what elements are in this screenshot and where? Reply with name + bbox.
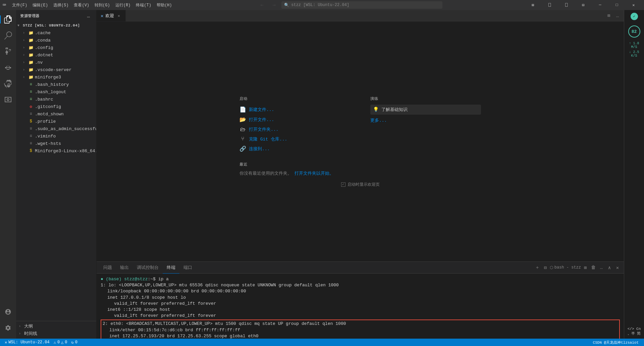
maximize-button[interactable]: □ xyxy=(609,0,625,10)
split-terminal-button[interactable]: ⊟ xyxy=(542,264,549,271)
close-panel-button[interactable]: ✕ xyxy=(614,264,621,271)
panel-tab-debug-console[interactable]: 调试控制台 xyxy=(133,262,163,274)
tree-item-wget-hsts[interactable]: › ≡ .wget-hsts xyxy=(16,140,96,147)
tree-item-config[interactable]: › 📁 .config xyxy=(16,44,96,51)
menu-item[interactable]: 选择(S) xyxy=(51,1,71,9)
layout-terminal-button[interactable]: ⊞ xyxy=(582,264,589,271)
delete-terminal-button[interactable]: 🗑 xyxy=(590,264,597,271)
file-label: miniforge3 xyxy=(35,75,61,80)
forward-button[interactable]: → xyxy=(269,1,279,9)
score-circle: 82 xyxy=(628,25,640,38)
tree-item-profile[interactable]: › $ .profile xyxy=(16,118,96,125)
close-button[interactable]: ✕ xyxy=(626,0,641,10)
menu-item[interactable]: 终端(T) xyxy=(133,1,154,9)
tree-item-bashrc[interactable]: › ≡ .bashrc xyxy=(16,96,96,103)
tree-item-bash-history[interactable]: › ≡ .bash_history xyxy=(16,81,96,88)
exercise-item-basics[interactable]: 💡 了解基础知识 xyxy=(370,105,481,115)
outline-label: 大纲 xyxy=(24,323,33,329)
panel-tab-terminal[interactable]: 终端 xyxy=(163,262,179,274)
minimize-button[interactable]: — xyxy=(592,0,608,10)
panel-tab-ports[interactable]: 端口 xyxy=(179,262,196,274)
more-terminal-button[interactable]: … xyxy=(598,264,605,271)
panel-tab-output[interactable]: 输出 xyxy=(116,262,133,274)
open-file-action[interactable]: 📂 打开文件... xyxy=(239,115,350,125)
more-link[interactable]: 更多... xyxy=(370,117,481,123)
recent-link[interactable]: 打开文件夹以开始。 xyxy=(294,171,334,176)
sync-count: 0 xyxy=(75,340,77,345)
explorer-activity-icon[interactable] xyxy=(0,11,16,27)
tree-item-vscode-server[interactable]: › 📁 .vscode-server xyxy=(16,66,96,73)
sidebar-toggle-button[interactable]: ⎕ xyxy=(542,0,557,10)
customize-layout-button[interactable]: ⊟ xyxy=(576,0,591,10)
terminal-line: ● (base) stzz@stzz:~$ ip a xyxy=(101,276,620,282)
clone-git-action[interactable]: ⑂ 克隆 Git 仓库... xyxy=(239,134,350,144)
tree-item-dotnet[interactable]: › 📁 .dotnet xyxy=(16,51,96,59)
search-activity-icon[interactable] xyxy=(0,27,16,44)
more-actions-button[interactable]: … xyxy=(614,12,621,19)
remote-explorer-activity-icon[interactable] xyxy=(0,92,16,108)
sync-status-item[interactable]: ↻ 0 xyxy=(69,339,79,346)
tree-item-conda[interactable]: › 📁 .conda xyxy=(16,37,96,44)
new-file-button[interactable]: … xyxy=(85,12,92,20)
file-label: .viminfo xyxy=(35,134,56,139)
menu-item[interactable]: 运行(R) xyxy=(113,1,133,9)
menu-item[interactable]: 文件(F) xyxy=(9,1,30,9)
layout-button[interactable]: ⊞ xyxy=(525,0,541,10)
chevron-right-icon: › xyxy=(19,325,24,328)
ime-indicator: </> Cn 。半 简 xyxy=(626,327,643,336)
tab-welcome[interactable]: ✕ 欢迎 ✕ xyxy=(97,10,126,21)
tree-item-motd-shown[interactable]: › ≡ .motd_shown xyxy=(16,110,96,118)
timeline-item[interactable]: › 时间线 xyxy=(16,330,96,337)
tab-close-button[interactable]: ✕ xyxy=(116,13,121,18)
file-tree: ▼ STZZ [WSL: UBUNTU-22.04] › 📁 .cache › … xyxy=(16,22,96,321)
outline-item[interactable]: › 大纲 xyxy=(16,323,96,330)
recent-section: 最近 你没有最近使用的文件夹。 打开文件夹以开始。 xyxy=(239,162,350,176)
settings-activity-icon[interactable] xyxy=(0,320,16,336)
tree-item-nv[interactable]: › 📁 .nv xyxy=(16,59,96,66)
source-control-activity-icon[interactable] xyxy=(0,44,16,60)
recent-text: 你没有最近使用的文件夹。 打开文件夹以开始。 xyxy=(239,170,350,176)
menu-item[interactable]: 查看(V) xyxy=(71,1,92,9)
open-folder-action[interactable]: 🗁 打开文件夹... xyxy=(239,125,350,134)
file-icon: ≡ xyxy=(28,97,34,102)
panel-tab-problems[interactable]: 问题 xyxy=(99,262,116,274)
open-file-label: 打开文件... xyxy=(249,117,274,123)
welcome-footer-text: 启动时显示欢迎页 xyxy=(347,182,380,187)
tree-item-miniforge3-sh[interactable]: › $ Miniforge3-Linux-x86_64.sh xyxy=(16,147,96,155)
menu-item[interactable]: 帮助(H) xyxy=(154,1,175,9)
dollar-icon: $ xyxy=(28,119,34,124)
extensions-activity-icon[interactable] xyxy=(0,76,16,92)
panel-toggle-button[interactable]: ⎕ xyxy=(559,0,574,10)
open-folder-label: 打开文件夹... xyxy=(249,126,278,132)
tree-item-bash-logout[interactable]: › ≡ .bash_logout xyxy=(16,88,96,96)
csdn-watermark: CSDN @天龙战神tlzsaiot xyxy=(590,340,641,345)
new-file-action[interactable]: 📄 新建文件... xyxy=(239,105,350,115)
new-terminal-button[interactable]: ＋ xyxy=(534,264,541,271)
terminal-content[interactable]: ● (base) stzz@stzz:~$ ip a 1: lo: <LOOPB… xyxy=(97,274,624,339)
workspace-root[interactable]: ▼ STZZ [WSL: UBUNTU-22.04] xyxy=(16,22,96,29)
run-debug-activity-icon[interactable] xyxy=(0,60,16,76)
tree-item-gitconfig[interactable]: › ⚙ .gitconfig xyxy=(16,103,96,110)
file-label: .nv xyxy=(35,60,43,65)
remote-status-item[interactable]: ✕ WSL: Ubuntu-22.04 xyxy=(3,339,52,346)
menu-item[interactable]: 编辑(E) xyxy=(30,1,51,9)
status-right: CSDN @天龙战神tlzsaiot xyxy=(590,340,641,345)
errors-status-item[interactable]: ⚠ 0 △ 0 xyxy=(52,339,69,346)
sync-status-icon: ✓ xyxy=(631,13,638,20)
terminal-line: inet 172.25.57.193/20 brd 172.25.63.255 … xyxy=(103,333,618,339)
connect-action[interactable]: 🔗 连接到... xyxy=(239,144,350,154)
show-welcome-checkbox[interactable]: ✓ xyxy=(341,182,345,187)
tree-item-sudo-admin[interactable]: › ≡ .sudo_as_admin_successful xyxy=(16,125,96,132)
search-bar[interactable]: 🔍 stzz [WSL: Ubuntu-22.04] xyxy=(281,1,442,9)
menu-item[interactable]: 转到(G) xyxy=(92,1,113,9)
back-button[interactable]: ← xyxy=(257,1,267,9)
tree-item-miniforge3[interactable]: › 📁 miniforge3 xyxy=(16,73,96,81)
new-file-label: 新建文件... xyxy=(249,107,274,113)
split-editor-button[interactable]: ⊞ xyxy=(605,12,612,19)
sidebar-bottom: › 大纲 › 时间线 xyxy=(16,321,96,339)
maximize-panel-button[interactable]: ∧ xyxy=(606,264,613,271)
tree-item-cache[interactable]: › 📁 .cache xyxy=(16,29,96,37)
tree-item-viminfo[interactable]: › ≡ .viminfo xyxy=(16,132,96,140)
account-activity-icon[interactable] xyxy=(0,304,16,320)
file-label: .vscode-server xyxy=(35,67,71,72)
